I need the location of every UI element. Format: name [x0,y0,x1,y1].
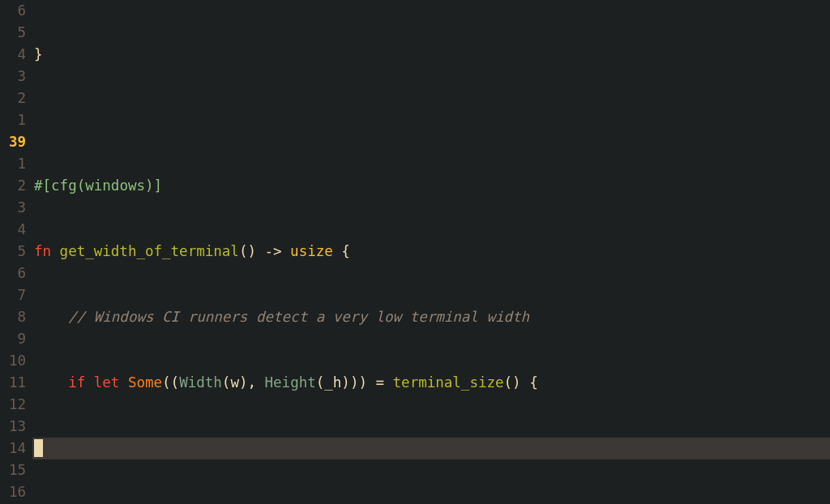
code-line-current[interactable] [32,438,830,459]
line-number: 1 [0,109,26,131]
line-number: 6 [0,0,26,22]
cursor [34,439,43,457]
code-content[interactable]: } #[cfg(windows)] fn get_width_of_termin… [32,0,830,504]
line-number: 11 [0,372,26,394]
line-number: 15 [0,459,26,481]
line-number: 9 [0,328,26,350]
line-number: 3 [0,66,26,88]
line-number: 1 [0,153,26,175]
editor: 6 5 4 3 2 1 39 1 2 3 4 5 6 7 8 9 10 11 1… [0,0,830,504]
line-number: 12 [0,394,26,416]
code-area[interactable]: 6 5 4 3 2 1 39 1 2 3 4 5 6 7 8 9 10 11 1… [0,0,830,504]
line-number: 4 [0,44,26,66]
line-number: 4 [0,219,26,241]
line-number: 5 [0,241,26,263]
line-number: 2 [0,88,26,109]
code-line[interactable]: if let Some((Width(w), Height(_h))) = te… [32,372,830,394]
code-line[interactable]: #[cfg(windows)] [32,175,830,197]
line-number: 10 [0,350,26,372]
line-number-gutter: 6 5 4 3 2 1 39 1 2 3 4 5 6 7 8 9 10 11 1… [0,0,32,504]
line-number-current: 39 [0,131,26,153]
line-number: 13 [0,416,26,438]
line-number: 5 [0,22,26,44]
code-line[interactable]: // Windows CI runners detect a very low … [32,306,830,328]
line-number: 16 [0,481,26,503]
line-number: 7 [0,284,26,306]
line-number: 8 [0,306,26,328]
code-line[interactable] [32,109,830,131]
code-line[interactable]: } [32,44,830,66]
line-number: 6 [0,263,26,284]
line-number: 14 [0,438,26,459]
line-number: 2 [0,175,26,197]
code-line[interactable]: fn get_width_of_terminal() -> usize { [32,241,830,263]
line-number: 3 [0,197,26,219]
